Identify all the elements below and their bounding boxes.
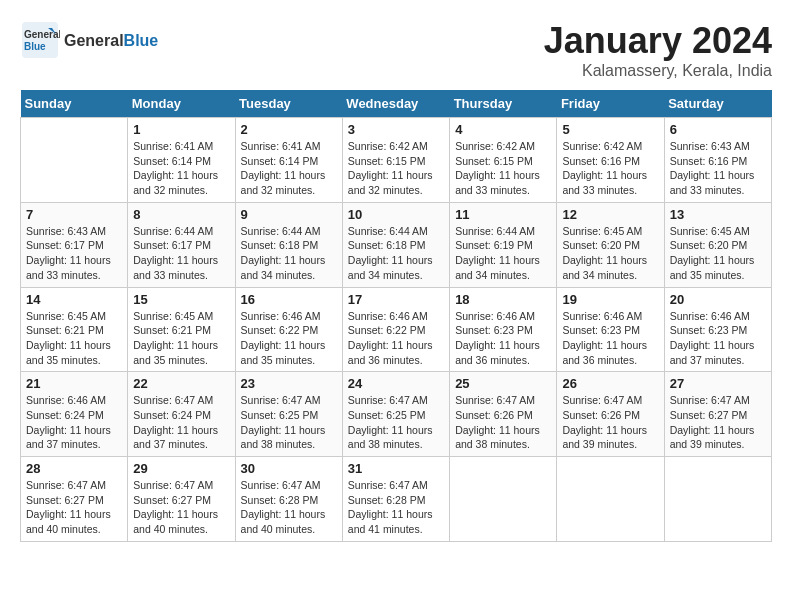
calendar-cell: 24Sunrise: 6:47 AMSunset: 6:25 PMDayligh… <box>342 372 449 457</box>
logo-general-text: General <box>64 32 124 49</box>
calendar-cell: 6Sunrise: 6:43 AMSunset: 6:16 PMDaylight… <box>664 118 771 203</box>
page-header: General Blue GeneralBlue January 2024 Ka… <box>20 20 772 80</box>
day-info: Sunrise: 6:47 AMSunset: 6:27 PMDaylight:… <box>670 393 766 452</box>
day-info: Sunrise: 6:47 AMSunset: 6:27 PMDaylight:… <box>133 478 229 537</box>
calendar-cell <box>450 457 557 542</box>
day-number: 27 <box>670 376 766 391</box>
calendar-header-row: SundayMondayTuesdayWednesdayThursdayFrid… <box>21 90 772 118</box>
calendar-cell: 15Sunrise: 6:45 AMSunset: 6:21 PMDayligh… <box>128 287 235 372</box>
day-number: 24 <box>348 376 444 391</box>
calendar-cell: 11Sunrise: 6:44 AMSunset: 6:19 PMDayligh… <box>450 202 557 287</box>
day-number: 23 <box>241 376 337 391</box>
calendar-week-row: 14Sunrise: 6:45 AMSunset: 6:21 PMDayligh… <box>21 287 772 372</box>
calendar-cell <box>557 457 664 542</box>
calendar-cell: 27Sunrise: 6:47 AMSunset: 6:27 PMDayligh… <box>664 372 771 457</box>
day-number: 19 <box>562 292 658 307</box>
day-info: Sunrise: 6:43 AMSunset: 6:16 PMDaylight:… <box>670 139 766 198</box>
day-info: Sunrise: 6:47 AMSunset: 6:24 PMDaylight:… <box>133 393 229 452</box>
logo-blue-text: Blue <box>124 32 159 49</box>
calendar-cell: 30Sunrise: 6:47 AMSunset: 6:28 PMDayligh… <box>235 457 342 542</box>
day-number: 4 <box>455 122 551 137</box>
day-number: 9 <box>241 207 337 222</box>
day-number: 21 <box>26 376 122 391</box>
col-header-thursday: Thursday <box>450 90 557 118</box>
calendar-table: SundayMondayTuesdayWednesdayThursdayFrid… <box>20 90 772 542</box>
calendar-cell <box>664 457 771 542</box>
calendar-cell: 8Sunrise: 6:44 AMSunset: 6:17 PMDaylight… <box>128 202 235 287</box>
day-number: 12 <box>562 207 658 222</box>
month-title: January 2024 <box>544 20 772 62</box>
col-header-saturday: Saturday <box>664 90 771 118</box>
day-number: 2 <box>241 122 337 137</box>
day-info: Sunrise: 6:44 AMSunset: 6:17 PMDaylight:… <box>133 224 229 283</box>
col-header-wednesday: Wednesday <box>342 90 449 118</box>
day-info: Sunrise: 6:44 AMSunset: 6:19 PMDaylight:… <box>455 224 551 283</box>
day-info: Sunrise: 6:47 AMSunset: 6:26 PMDaylight:… <box>455 393 551 452</box>
svg-text:General: General <box>24 29 60 40</box>
logo: General Blue GeneralBlue <box>20 20 158 60</box>
svg-text:Blue: Blue <box>24 41 46 52</box>
calendar-cell: 2Sunrise: 6:41 AMSunset: 6:14 PMDaylight… <box>235 118 342 203</box>
calendar-week-row: 7Sunrise: 6:43 AMSunset: 6:17 PMDaylight… <box>21 202 772 287</box>
day-number: 14 <box>26 292 122 307</box>
calendar-cell: 1Sunrise: 6:41 AMSunset: 6:14 PMDaylight… <box>128 118 235 203</box>
day-info: Sunrise: 6:47 AMSunset: 6:25 PMDaylight:… <box>241 393 337 452</box>
day-number: 6 <box>670 122 766 137</box>
day-info: Sunrise: 6:45 AMSunset: 6:20 PMDaylight:… <box>670 224 766 283</box>
day-number: 1 <box>133 122 229 137</box>
calendar-cell: 26Sunrise: 6:47 AMSunset: 6:26 PMDayligh… <box>557 372 664 457</box>
day-info: Sunrise: 6:46 AMSunset: 6:24 PMDaylight:… <box>26 393 122 452</box>
day-info: Sunrise: 6:46 AMSunset: 6:23 PMDaylight:… <box>455 309 551 368</box>
day-info: Sunrise: 6:43 AMSunset: 6:17 PMDaylight:… <box>26 224 122 283</box>
day-number: 26 <box>562 376 658 391</box>
day-number: 11 <box>455 207 551 222</box>
day-number: 8 <box>133 207 229 222</box>
day-info: Sunrise: 6:47 AMSunset: 6:28 PMDaylight:… <box>348 478 444 537</box>
day-info: Sunrise: 6:47 AMSunset: 6:25 PMDaylight:… <box>348 393 444 452</box>
day-number: 10 <box>348 207 444 222</box>
col-header-sunday: Sunday <box>21 90 128 118</box>
day-info: Sunrise: 6:42 AMSunset: 6:15 PMDaylight:… <box>455 139 551 198</box>
day-info: Sunrise: 6:46 AMSunset: 6:23 PMDaylight:… <box>562 309 658 368</box>
calendar-cell: 21Sunrise: 6:46 AMSunset: 6:24 PMDayligh… <box>21 372 128 457</box>
calendar-cell: 13Sunrise: 6:45 AMSunset: 6:20 PMDayligh… <box>664 202 771 287</box>
calendar-cell: 17Sunrise: 6:46 AMSunset: 6:22 PMDayligh… <box>342 287 449 372</box>
calendar-cell: 7Sunrise: 6:43 AMSunset: 6:17 PMDaylight… <box>21 202 128 287</box>
calendar-cell: 22Sunrise: 6:47 AMSunset: 6:24 PMDayligh… <box>128 372 235 457</box>
day-info: Sunrise: 6:46 AMSunset: 6:22 PMDaylight:… <box>241 309 337 368</box>
calendar-cell: 29Sunrise: 6:47 AMSunset: 6:27 PMDayligh… <box>128 457 235 542</box>
day-number: 18 <box>455 292 551 307</box>
calendar-cell: 9Sunrise: 6:44 AMSunset: 6:18 PMDaylight… <box>235 202 342 287</box>
day-number: 22 <box>133 376 229 391</box>
calendar-cell: 12Sunrise: 6:45 AMSunset: 6:20 PMDayligh… <box>557 202 664 287</box>
day-info: Sunrise: 6:42 AMSunset: 6:16 PMDaylight:… <box>562 139 658 198</box>
day-number: 3 <box>348 122 444 137</box>
logo-icon: General Blue <box>20 20 60 60</box>
day-info: Sunrise: 6:41 AMSunset: 6:14 PMDaylight:… <box>133 139 229 198</box>
day-number: 20 <box>670 292 766 307</box>
title-block: January 2024 Kalamassery, Kerala, India <box>544 20 772 80</box>
calendar-cell: 28Sunrise: 6:47 AMSunset: 6:27 PMDayligh… <box>21 457 128 542</box>
day-info: Sunrise: 6:44 AMSunset: 6:18 PMDaylight:… <box>241 224 337 283</box>
calendar-cell: 31Sunrise: 6:47 AMSunset: 6:28 PMDayligh… <box>342 457 449 542</box>
day-number: 17 <box>348 292 444 307</box>
day-number: 28 <box>26 461 122 476</box>
day-info: Sunrise: 6:46 AMSunset: 6:22 PMDaylight:… <box>348 309 444 368</box>
day-number: 25 <box>455 376 551 391</box>
location-subtitle: Kalamassery, Kerala, India <box>544 62 772 80</box>
calendar-cell: 5Sunrise: 6:42 AMSunset: 6:16 PMDaylight… <box>557 118 664 203</box>
calendar-cell: 4Sunrise: 6:42 AMSunset: 6:15 PMDaylight… <box>450 118 557 203</box>
calendar-cell: 14Sunrise: 6:45 AMSunset: 6:21 PMDayligh… <box>21 287 128 372</box>
day-number: 16 <box>241 292 337 307</box>
day-number: 29 <box>133 461 229 476</box>
day-info: Sunrise: 6:47 AMSunset: 6:28 PMDaylight:… <box>241 478 337 537</box>
day-info: Sunrise: 6:45 AMSunset: 6:20 PMDaylight:… <box>562 224 658 283</box>
day-info: Sunrise: 6:41 AMSunset: 6:14 PMDaylight:… <box>241 139 337 198</box>
calendar-cell: 20Sunrise: 6:46 AMSunset: 6:23 PMDayligh… <box>664 287 771 372</box>
day-info: Sunrise: 6:47 AMSunset: 6:26 PMDaylight:… <box>562 393 658 452</box>
svg-rect-0 <box>22 22 58 58</box>
day-number: 30 <box>241 461 337 476</box>
calendar-cell: 23Sunrise: 6:47 AMSunset: 6:25 PMDayligh… <box>235 372 342 457</box>
calendar-cell: 19Sunrise: 6:46 AMSunset: 6:23 PMDayligh… <box>557 287 664 372</box>
day-info: Sunrise: 6:46 AMSunset: 6:23 PMDaylight:… <box>670 309 766 368</box>
